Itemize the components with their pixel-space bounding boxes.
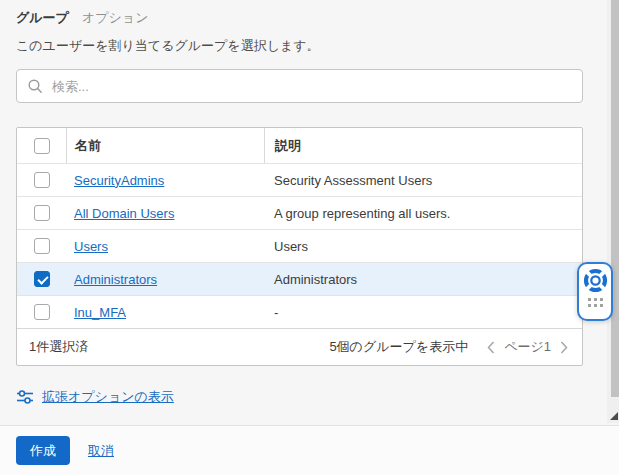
column-header-description: 説明	[264, 128, 582, 163]
table-row: All Domain Users A group representing al…	[17, 196, 582, 229]
group-description: Administrators	[264, 263, 582, 295]
group-name-link[interactable]: Administrators	[74, 272, 157, 287]
tab-bar: グループ オプション	[16, 9, 148, 27]
help-floating-widget[interactable]	[577, 262, 613, 321]
scrollbar-thumb[interactable]	[611, 0, 619, 397]
resize-grip[interactable]	[610, 412, 618, 420]
table-row: Users Users	[17, 229, 582, 262]
search-input[interactable]	[52, 79, 572, 94]
lifebuoy-icon[interactable]	[582, 267, 609, 294]
scroll-area: グループ オプション このユーザーを割り当てるグループを選択します。 名前 説明…	[0, 0, 619, 425]
chevron-right-icon[interactable]	[558, 339, 570, 356]
row-checkbox[interactable]	[34, 172, 50, 188]
group-description: Security Assessment Users	[264, 164, 582, 196]
column-header-name: 名前	[66, 128, 264, 163]
group-description: -	[264, 296, 582, 328]
table-row: Administrators Administrators	[17, 262, 582, 295]
cancel-link[interactable]: 取消	[88, 442, 114, 460]
show-advanced-options-link[interactable]: 拡張オプションの表示	[42, 388, 174, 406]
advanced-options-row: 拡張オプションの表示	[16, 388, 174, 406]
row-checkbox[interactable]	[34, 205, 50, 221]
create-button[interactable]: 作成	[16, 436, 70, 465]
row-checkbox[interactable]	[34, 238, 50, 254]
group-name-link[interactable]: Inu_MFA	[74, 305, 126, 320]
table-header-row: 名前 説明	[17, 128, 582, 163]
tab-options[interactable]: オプション	[82, 9, 149, 27]
table-row: SecurityAdmins Security Assessment Users	[17, 163, 582, 196]
chevron-left-icon[interactable]	[485, 339, 497, 356]
sliders-icon	[16, 388, 34, 406]
table-footer: 1件選択済 5個のグループを表示中 ページ1	[17, 328, 582, 365]
row-checkbox[interactable]	[34, 271, 50, 287]
group-description: Users	[264, 230, 582, 262]
group-name-link[interactable]: Users	[74, 239, 108, 254]
selected-count: 1件選択済	[29, 338, 88, 356]
row-checkbox[interactable]	[34, 304, 50, 320]
group-description: A group representing all users.	[264, 197, 582, 229]
group-name-link[interactable]: SecurityAdmins	[74, 173, 164, 188]
groups-table: 名前 説明 SecurityAdmins Security Assessment…	[16, 127, 583, 366]
group-name-link[interactable]: All Domain Users	[74, 206, 174, 221]
drag-handle-dots-icon[interactable]	[588, 298, 603, 307]
instruction-text: このユーザーを割り当てるグループを選択します。	[16, 37, 320, 55]
search-icon	[27, 78, 43, 94]
assign-groups-panel: グループ オプション このユーザーを割り当てるグループを選択します。 名前 説明…	[0, 0, 619, 475]
page-indicator: ページ1	[504, 338, 551, 356]
table-row: Inu_MFA -	[17, 295, 582, 328]
showing-count: 5個のグループを表示中	[329, 338, 468, 356]
action-bar: 作成 取消	[0, 426, 619, 475]
group-search[interactable]	[16, 69, 583, 103]
select-all-checkbox[interactable]	[34, 138, 50, 154]
tab-groups[interactable]: グループ	[16, 9, 69, 27]
